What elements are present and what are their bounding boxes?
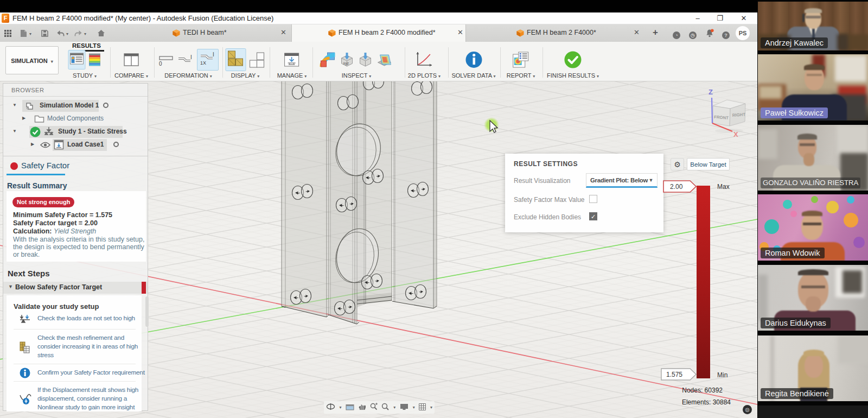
svg-text:2.00: 2.00: [670, 183, 683, 191]
svg-text:1.575: 1.575: [666, 371, 682, 378]
svg-text:I: I: [190, 54, 192, 60]
svg-text:0: 0: [159, 61, 162, 67]
svg-text:FRONT: FRONT: [714, 115, 729, 121]
svg-text:xyz: xyz: [343, 61, 349, 66]
svg-text:RIGHT: RIGHT: [732, 112, 746, 118]
svg-text:I: I: [213, 52, 214, 58]
svg-text:X: X: [733, 130, 738, 138]
svg-text:1X: 1X: [200, 60, 206, 66]
svg-text:Z: Z: [709, 88, 713, 96]
